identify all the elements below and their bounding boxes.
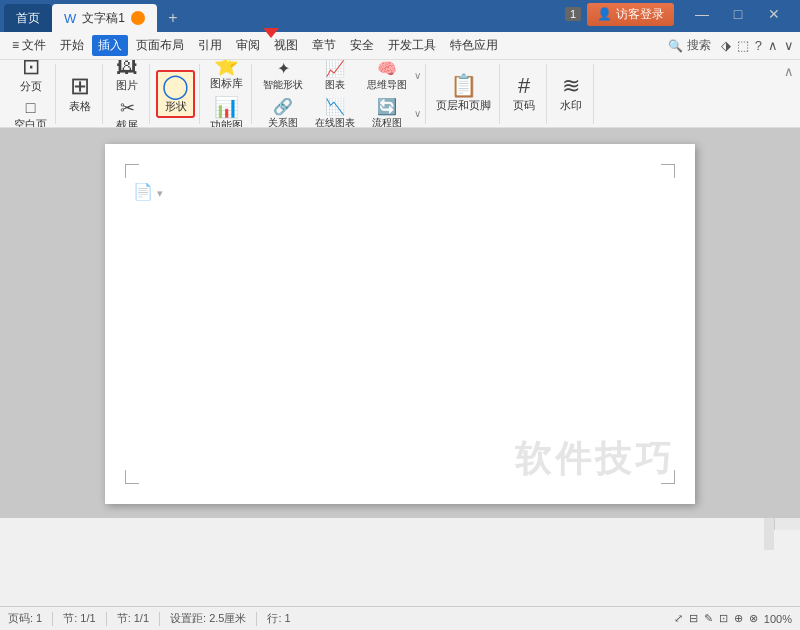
- tab-right-area: 1 👤 访客登录 — □ ✕: [565, 0, 792, 32]
- toolbar-watermark-group: ≋ 水印: [549, 64, 594, 124]
- liucheng-label: 流程图: [372, 116, 402, 129]
- status-margin: 设置距: 2.5厘米: [170, 611, 246, 626]
- status-view2-icon[interactable]: ⊡: [719, 612, 728, 625]
- status-right-area: ⤢ ⊟ ✎ ⊡ ⊕ ⊗ 100%: [674, 612, 792, 625]
- tubiaoku-label: 图标库: [210, 76, 243, 91]
- close-btn[interactable]: ✕: [756, 0, 792, 28]
- minimize-btn[interactable]: —: [684, 0, 720, 28]
- tool-siwei[interactable]: 🧠 思维导图: [362, 60, 412, 94]
- zaixian-icon: 📉: [325, 97, 345, 116]
- menu-collapse-icon[interactable]: ∧: [768, 38, 778, 53]
- corner-bl: [125, 470, 139, 484]
- smart-bottom-row: 🔗 关系图 📉 在线图表 🔄 流程图 ∨: [258, 95, 421, 129]
- status-bar: 页码: 1 节: 1/1 节: 1/1 设置距: 2.5厘米 行: 1 ⤢ ⊟ …: [0, 606, 800, 630]
- kongbai-icon: □: [26, 100, 36, 116]
- toolbar-table-group: ⊞ 表格: [58, 64, 103, 124]
- status-sep-1: [52, 612, 53, 626]
- corner-tr: [661, 164, 675, 178]
- fenye-label: 分页: [20, 79, 42, 94]
- xingzhuang-icon: ◯: [162, 74, 189, 98]
- tool-liucheng[interactable]: 🔄 流程图: [362, 95, 412, 129]
- tool-biaoge[interactable]: ⊞ 表格: [62, 72, 98, 116]
- maximize-btn[interactable]: □: [720, 0, 756, 28]
- watermark-text: 软件技巧: [515, 435, 675, 484]
- tab-close-btn[interactable]: [131, 11, 145, 25]
- status-page: 页码: 1: [8, 611, 42, 626]
- tubiao-label: 图表: [325, 78, 345, 92]
- yeceng-icon: 📋: [450, 75, 477, 97]
- tool-jiepin[interactable]: ✂ 截屏: [109, 97, 145, 128]
- tool-guanxi[interactable]: 🔗 关系图: [258, 95, 308, 129]
- menu-file[interactable]: ≡ 文件: [6, 35, 52, 56]
- visit-icon: 👤: [597, 7, 612, 21]
- zhineng-label: 智能形状: [263, 78, 303, 92]
- toolbar-page-group: ⊡ 分页 □ 空白页: [6, 64, 56, 124]
- status-words: 节: 1/1: [117, 611, 149, 626]
- gongnengtu-icon: 📊: [214, 97, 239, 117]
- menu-devtools[interactable]: 开发工具: [382, 35, 442, 56]
- menu-reference[interactable]: 引用: [192, 35, 228, 56]
- menu-help-icon[interactable]: ?: [755, 38, 762, 53]
- menu-review[interactable]: 审阅: [230, 35, 266, 56]
- status-globe-icon[interactable]: ⊕: [734, 612, 743, 625]
- liucheng-icon: 🔄: [377, 97, 397, 116]
- zoom-value: 100%: [764, 613, 792, 625]
- tool-tupian[interactable]: 🖼 图片: [109, 60, 145, 95]
- doc-tab-icon: W: [64, 11, 76, 26]
- toolbar-pagenum-group: # 页码: [502, 64, 547, 124]
- jiepin-icon: ✂: [120, 99, 135, 117]
- menu-share-icon[interactable]: ⬗: [721, 38, 731, 53]
- doc-area: 📄 ▾ 软件技巧: [0, 128, 800, 518]
- menu-cloud-icon[interactable]: ⬚: [737, 38, 749, 53]
- menu-insert[interactable]: 插入: [92, 35, 128, 56]
- menu-expand-icon[interactable]: ∨: [784, 38, 794, 53]
- menu-security[interactable]: 安全: [344, 35, 380, 56]
- tool-zhineng[interactable]: ✦ 智能形状: [258, 60, 308, 94]
- visit-login-btn[interactable]: 👤 访客登录: [587, 3, 674, 26]
- status-fullscreen-icon[interactable]: ⤢: [674, 612, 683, 625]
- status-sep-4: [256, 612, 257, 626]
- tool-kongbai[interactable]: □ 空白页: [10, 98, 51, 128]
- liucheng-collapse[interactable]: ∨: [414, 108, 421, 119]
- guanxi-icon: 🔗: [273, 97, 293, 116]
- smart-group-collapse[interactable]: ∨: [414, 70, 421, 81]
- status-edit-icon[interactable]: ✎: [704, 612, 713, 625]
- yehao-icon: #: [518, 75, 530, 97]
- menu-special[interactable]: 特色应用: [444, 35, 504, 56]
- page-num-badge: 1: [565, 7, 581, 21]
- tool-shuiyin[interactable]: ≋ 水印: [553, 73, 589, 115]
- toolbar-image-group: 🖼 图片 ✂ 截屏: [105, 64, 150, 124]
- menu-start[interactable]: 开始: [54, 35, 90, 56]
- doc-page[interactable]: 📄 ▾ 软件技巧: [105, 144, 695, 504]
- status-line: 行: 1: [267, 611, 290, 626]
- status-sep-2: [106, 612, 107, 626]
- tab-doc[interactable]: W 文字稿1: [52, 4, 157, 32]
- status-view1-icon[interactable]: ⊟: [689, 612, 698, 625]
- toolbar-right-icons: ∧: [784, 64, 794, 79]
- xingzhuang-label: 形状: [165, 99, 187, 114]
- tool-fenye[interactable]: ⊡ 分页: [13, 60, 49, 96]
- toolbar-expand-icon[interactable]: ∧: [784, 64, 794, 79]
- tool-gongnengtu[interactable]: 📊 功能图: [206, 95, 247, 128]
- menu-chapter[interactable]: 章节: [306, 35, 342, 56]
- tool-zaixian[interactable]: 📉 在线图表: [310, 95, 360, 129]
- tool-tubiao[interactable]: 📈 图表: [310, 60, 360, 94]
- tubiao-icon: 📈: [325, 60, 345, 78]
- doc-content-icon: 📄 ▾: [133, 182, 163, 201]
- tool-yehao[interactable]: # 页码: [506, 73, 542, 115]
- tool-yeceng[interactable]: 📋 页层和页脚: [432, 73, 495, 115]
- tool-tubiaoku[interactable]: ⭐ 图标库: [206, 60, 247, 93]
- tab-add-btn[interactable]: +: [161, 6, 185, 30]
- menu-view[interactable]: 视图: [268, 35, 304, 56]
- visit-label: 访客登录: [616, 6, 664, 23]
- status-close-icon[interactable]: ⊗: [749, 612, 758, 625]
- menu-layout[interactable]: 页面布局: [130, 35, 190, 56]
- tubiaoku-icon: ⭐: [214, 60, 239, 75]
- tab-home[interactable]: 首页: [4, 4, 52, 32]
- tab-doc-label: 文字稿1: [82, 10, 125, 27]
- tab-bar: 首页 W 文字稿1 + 1 👤 访客登录 — □ ✕: [0, 0, 800, 32]
- search-label: 搜索: [687, 37, 711, 54]
- shuiyin-icon: ≋: [562, 75, 580, 97]
- toolbar: ⊡ 分页 □ 空白页 ⊞ 表格 🖼 图片 ✂ 截屏: [0, 60, 800, 128]
- tool-xingzhuang[interactable]: ◯ 形状: [156, 70, 195, 118]
